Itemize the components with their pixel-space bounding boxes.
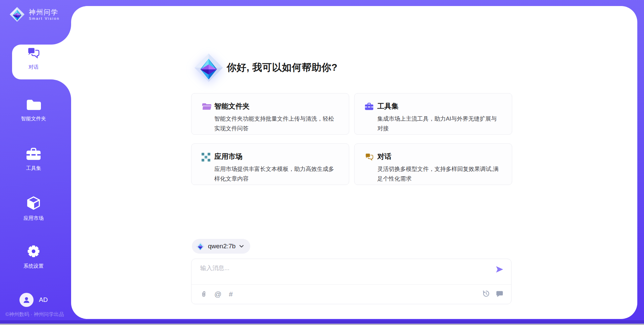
send-icon: [495, 265, 504, 274]
brand-name: 神州问学: [29, 8, 60, 16]
sidebar-item-label: 应用市场: [0, 215, 67, 221]
user-initials: AD: [39, 296, 48, 304]
send-button[interactable]: [495, 265, 504, 275]
bottom-stripe: [0, 320, 644, 324]
person-icon: [22, 296, 31, 304]
attach-button[interactable]: [200, 290, 207, 298]
chevron-down-icon: [239, 244, 244, 249]
feature-cards: 智能文件夹 智能文件夹功能支持批量文件上传与清洗，轻松实现文件问答 工具集 集成…: [191, 93, 512, 185]
message-composer: @ #: [191, 259, 512, 304]
user-chip[interactable]: AD: [19, 293, 48, 307]
sidebar-item-apps[interactable]: 应用市场: [0, 195, 67, 221]
history-icon: [482, 290, 490, 298]
sidebar-item-chat[interactable]: 对话: [0, 47, 67, 70]
model-name: qwen2:7b: [208, 243, 235, 250]
avatar: [19, 293, 34, 307]
card-description: 应用市场提供丰富长文本模板，助力高效生成多样化文章内容: [214, 164, 339, 184]
card-title: 工具集: [377, 102, 502, 111]
card-title: 应用市场: [214, 152, 339, 161]
card-description: 集成市场上主流工具，助力AI与外界无缝扩展与对接: [377, 114, 502, 133]
sidebar-item-tools[interactable]: 工具集: [0, 147, 67, 172]
diamond-logo-icon: [194, 53, 223, 82]
sidebar-item-label: 对话: [0, 64, 67, 70]
composer-left-tools: @ #: [200, 290, 233, 299]
at-icon: @: [214, 290, 221, 299]
card-description: 灵活切换多模型文件，支持多样回复效果调试,满足个性化需求: [377, 164, 502, 184]
toolbox-icon: [365, 103, 374, 111]
cube-icon: [26, 195, 41, 211]
window-edge: [0, 324, 644, 325]
folder-open-icon: [202, 103, 212, 111]
comment-icon: [496, 290, 503, 297]
grid-icon: [202, 153, 210, 161]
chat-icon: [365, 153, 374, 161]
card-chat[interactable]: 对话 灵活切换多模型文件，支持多样回复效果调试,满足个性化需求: [354, 143, 512, 185]
paperclip-icon: [200, 290, 207, 298]
card-app-market[interactable]: 应用市场 应用市场提供丰富长文本模板，助力高效生成多样化文章内容: [191, 143, 349, 185]
curve-top: [51, 24, 71, 45]
card-description: 智能文件夹功能支持批量文件上传与清洗，轻松实现文件问答: [214, 114, 339, 133]
history-button[interactable]: [482, 290, 490, 298]
hero: 你好, 我可以如何帮助你?: [194, 53, 337, 82]
comment-button[interactable]: [496, 290, 503, 297]
diamond-logo-icon: [196, 242, 205, 251]
message-input[interactable]: [200, 264, 476, 272]
sidebar-item-label: 系统设置: [0, 263, 67, 269]
brand: 神州问学 Smart Vision: [9, 7, 60, 22]
folder-icon: [26, 99, 41, 111]
brand-subtitle: Smart Vision: [29, 16, 60, 20]
sidebar-item-label: 智能文件夹: [0, 116, 67, 122]
composer-divider: [192, 284, 511, 285]
card-toolset[interactable]: 工具集 集成市场上主流工具，助力AI与外界无缝扩展与对接: [354, 93, 512, 135]
card-title: 智能文件夹: [214, 102, 339, 111]
sidebar-item-settings[interactable]: 系统设置: [0, 244, 67, 269]
sidebar-item-label: 工具集: [0, 165, 67, 172]
toolbox-icon: [26, 147, 41, 161]
card-smart-folder[interactable]: 智能文件夹 智能文件夹功能支持批量文件上传与清洗，轻松实现文件问答: [191, 93, 349, 135]
sidebar-item-folders[interactable]: 智能文件夹: [0, 99, 67, 122]
diamond-logo-icon: [9, 7, 25, 22]
footer-credit: ©神州数码 · 神州问学出品: [5, 311, 64, 318]
greeting-text: 你好, 我可以如何帮助你?: [227, 61, 337, 74]
composer-right-tools: [482, 290, 503, 298]
topic-button[interactable]: #: [229, 290, 233, 299]
hash-icon: #: [229, 290, 233, 299]
gear-icon: [26, 244, 41, 259]
curve-bottom: [51, 79, 71, 100]
card-title: 对话: [377, 152, 502, 161]
model-selector[interactable]: qwen2:7b: [192, 239, 250, 254]
chat-icon: [26, 47, 41, 60]
mention-button[interactable]: @: [214, 290, 221, 299]
